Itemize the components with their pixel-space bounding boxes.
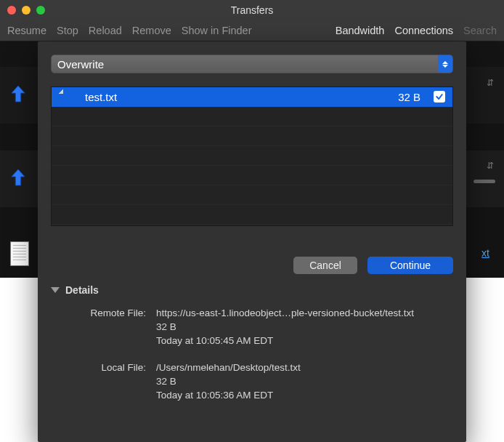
disclosure-triangle-icon: [51, 287, 60, 293]
file-list-row-empty: [52, 107, 452, 126]
titlebar: Transfers: [0, 0, 504, 20]
local-file-size: 32 B: [156, 376, 453, 387]
toolbar-remove[interactable]: Remove: [132, 25, 171, 36]
file-list-row[interactable]: test.txt 32 B: [52, 87, 452, 107]
progress-indicator: [473, 180, 495, 183]
window-controls: [7, 6, 45, 15]
toolbar-connections[interactable]: Connections: [394, 25, 453, 36]
cancel-button[interactable]: Cancel: [293, 257, 357, 274]
upload-arrow-icon: [10, 168, 26, 190]
file-list-row-empty: [52, 146, 452, 166]
details-header-label: Details: [65, 284, 99, 296]
close-window-button[interactable]: [7, 6, 16, 15]
file-name: test.txt: [85, 91, 398, 103]
upload-arrow-icon: [10, 84, 26, 106]
file-list-row-empty: [52, 185, 452, 205]
remote-file-size: 32 B: [156, 321, 453, 332]
file-size: 32 B: [398, 91, 420, 103]
toolbar-reload[interactable]: Reload: [89, 25, 122, 36]
overwrite-sheet: Overwrite test.txt 32 B Cancel Co: [38, 41, 466, 442]
document-icon: [10, 241, 29, 266]
sheet-button-row: Cancel Continue: [51, 257, 453, 274]
local-file-path: /Users/nmelehan/Desktop/test.txt: [156, 362, 453, 373]
file-list-row-empty: [52, 126, 452, 146]
toolbar: Resume Stop Reload Remove Show in Finder…: [0, 20, 504, 41]
dropdown-selected-label: Overwrite: [57, 58, 104, 71]
sort-caret-icon: ⇵: [487, 78, 494, 88]
toolbar-show-in-finder[interactable]: Show in Finder: [182, 25, 252, 36]
dropdown-stepper-icon: [438, 55, 452, 73]
file-icon: [63, 89, 75, 104]
action-dropdown[interactable]: Overwrite: [51, 55, 453, 73]
toolbar-search[interactable]: Search: [463, 25, 497, 36]
file-list: test.txt 32 B: [51, 87, 453, 226]
sort-caret-icon: ⇵: [487, 161, 494, 171]
zoom-window-button[interactable]: [36, 6, 45, 15]
file-list-row-empty: [52, 205, 452, 225]
file-list-row-empty: [52, 166, 452, 185]
local-file-label: Local File:: [51, 362, 156, 401]
file-checkbox[interactable]: [434, 91, 445, 103]
continue-button[interactable]: Continue: [367, 257, 453, 274]
local-file-time: Today at 10:05:36 AM EDT: [156, 390, 453, 401]
window-title: Transfers: [0, 4, 504, 16]
remote-file-path: https://us-east-1.linodeobject…ple-versi…: [156, 308, 453, 318]
remote-file-time: Today at 10:05:45 AM EDT: [156, 335, 453, 346]
details-disclosure[interactable]: Details: [51, 284, 453, 296]
remote-file-block: https://us-east-1.linodeobject…ple-versi…: [156, 308, 453, 346]
toolbar-resume[interactable]: Resume: [7, 25, 46, 36]
app-window: Transfers Resume Stop Reload Remove Show…: [0, 0, 504, 442]
toolbar-stop[interactable]: Stop: [57, 25, 78, 36]
minimize-window-button[interactable]: [22, 6, 31, 15]
details-grid: Remote File: https://us-east-1.linodeobj…: [51, 308, 453, 401]
local-file-block: /Users/nmelehan/Desktop/test.txt 32 B To…: [156, 362, 453, 401]
background-link[interactable]: xt: [481, 247, 489, 259]
remote-file-label: Remote File:: [51, 308, 156, 346]
toolbar-bandwidth[interactable]: Bandwidth: [336, 25, 385, 36]
